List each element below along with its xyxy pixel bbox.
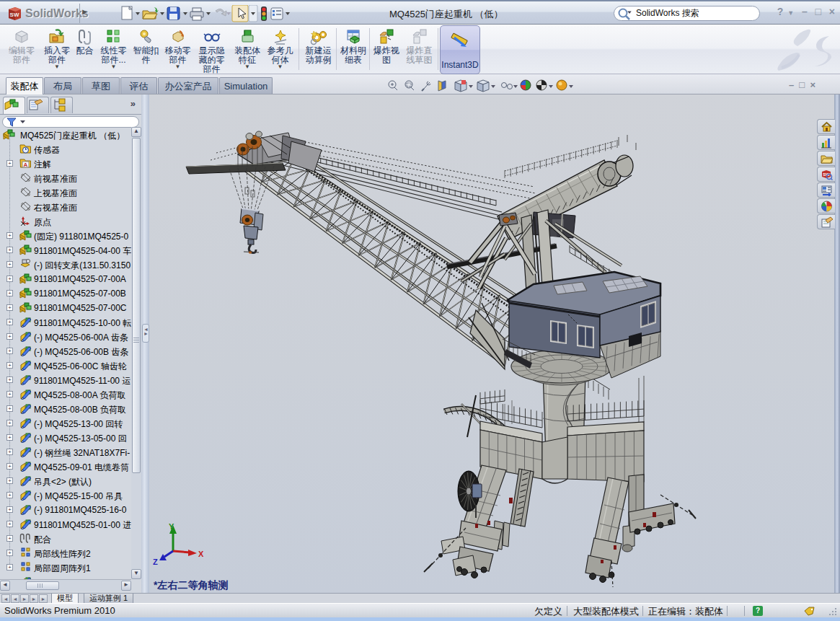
svg-text:SW: SW — [10, 12, 19, 18]
svg-text:Y: Y — [169, 522, 174, 531]
svg-text:Z: Z — [153, 558, 158, 566]
svg-text:X: X — [198, 550, 204, 558]
